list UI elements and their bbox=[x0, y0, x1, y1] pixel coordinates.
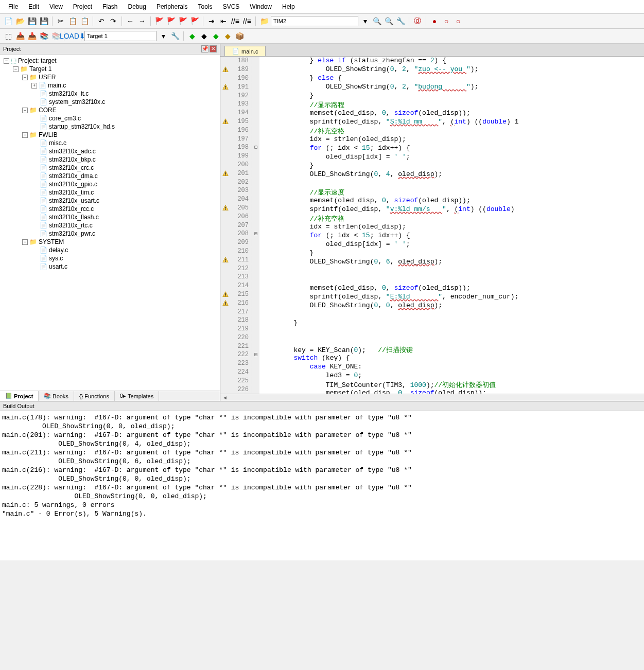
gutter-marker[interactable] bbox=[220, 170, 231, 177]
tree-group-system[interactable]: −📁 SYSTEM bbox=[2, 238, 218, 246]
code-line[interactable]: //显示速度 bbox=[262, 188, 644, 197]
tree-file[interactable]: 📄 delay.c bbox=[2, 246, 218, 254]
debug-icon[interactable]: ⓓ bbox=[412, 16, 423, 26]
pack-installer-icon[interactable]: ◆ bbox=[211, 31, 221, 41]
save-all-icon[interactable]: 💾 bbox=[39, 16, 49, 26]
tree-toggle-icon[interactable]: − bbox=[4, 58, 9, 64]
target-dropdown-icon[interactable]: ▾ bbox=[158, 31, 168, 41]
redo-icon[interactable]: ↷ bbox=[108, 16, 118, 26]
tree-file[interactable]: 📄 usart.c bbox=[2, 262, 218, 271]
tree-file[interactable]: 📄 stm32f10x_dma.c bbox=[2, 172, 218, 180]
menu-help[interactable]: Help bbox=[278, 2, 299, 11]
tree-file[interactable]: 📄 misc.c bbox=[2, 139, 218, 147]
code-line[interactable]: } else if (status_zhengfan == 2) { bbox=[262, 57, 644, 65]
code-line[interactable]: for (; idx < 15; idx++) { bbox=[262, 144, 644, 153]
tree-file[interactable]: 📄 system_stm32f10x.c bbox=[2, 98, 218, 106]
find-scope-icon[interactable]: 📁 bbox=[259, 16, 269, 26]
code-line[interactable]: OLED_ShowString(0, 0, oled_disp); bbox=[262, 302, 644, 310]
bookmark-clear-icon[interactable]: 🚩 bbox=[189, 16, 200, 26]
code-line[interactable]: memset(oled_disp, 0, sizeof(oled_disp)); bbox=[262, 109, 644, 118]
code-line[interactable]: oled_disp[idx] = ' '; bbox=[262, 153, 644, 162]
breakpoint-enable-icon[interactable]: ○ bbox=[441, 16, 451, 26]
pack-extra-icon[interactable]: 📦 bbox=[234, 31, 245, 41]
code-line[interactable]: //补充空格 bbox=[262, 127, 644, 135]
tree-toggle-icon[interactable]: − bbox=[13, 66, 19, 72]
project-tab-project[interactable]: 📗Project bbox=[0, 391, 39, 401]
project-tab-templates[interactable]: 0▸Templates bbox=[115, 391, 159, 401]
rebuild-icon[interactable]: 📥 bbox=[27, 31, 37, 41]
tree-toggle-icon[interactable]: − bbox=[22, 108, 28, 113]
code-line[interactable]: for (; idx < 15; idx++) { bbox=[262, 232, 644, 240]
breakpoint-insert-icon[interactable]: ● bbox=[429, 16, 440, 26]
menu-debug[interactable]: Debug bbox=[124, 2, 150, 11]
target-options-icon[interactable]: 🔧 bbox=[170, 31, 180, 41]
tools-icon[interactable]: 🔧 bbox=[395, 16, 406, 26]
tree-file[interactable]: 📄 stm32f10x_rcc.c bbox=[2, 205, 218, 213]
cut-icon[interactable]: ✂ bbox=[56, 16, 66, 26]
breakpoint-disable-icon[interactable]: ○ bbox=[453, 16, 463, 26]
menu-svcs[interactable]: SVCS bbox=[219, 2, 244, 11]
stop-build-icon[interactable]: 📚 bbox=[50, 31, 61, 41]
gutter-marker[interactable] bbox=[220, 257, 231, 263]
code-line[interactable]: OLED_ShowString(0, 4, oled_disp); bbox=[262, 170, 644, 179]
tree-file[interactable]: 📄 stm32f10x_adc.c bbox=[2, 147, 218, 155]
tree-target[interactable]: −📁 Target 1 bbox=[2, 65, 218, 73]
tree-file[interactable]: 📄 stm32f10x_pwr.c bbox=[2, 230, 218, 238]
code-line[interactable] bbox=[262, 310, 644, 319]
bookmark-icon[interactable]: 🚩 bbox=[154, 16, 164, 26]
project-tree[interactable]: −⬚ Project: target−📁 Target 1−📁 USER+📄 m… bbox=[0, 55, 220, 391]
tree-file[interactable]: 📄 startup_stm32f10x_hd.s bbox=[2, 122, 218, 131]
build-icon[interactable]: 📥 bbox=[15, 31, 25, 41]
code-line[interactable]: //显示路程 bbox=[262, 100, 644, 109]
build-output[interactable]: main.c(178): warning: #167-D: argument o… bbox=[0, 411, 644, 560]
tree-toggle-icon[interactable]: + bbox=[31, 83, 37, 89]
tree-toggle-icon[interactable]: − bbox=[22, 239, 28, 245]
code-line[interactable]: } bbox=[262, 249, 644, 258]
code-line[interactable]: OLED_ShowString(0, 2, "budong "); bbox=[262, 83, 644, 92]
tree-file[interactable]: 📄 stm32f10x_crc.c bbox=[2, 164, 218, 172]
incremental-find-icon[interactable]: 🔍 bbox=[384, 16, 394, 26]
gutter-marker[interactable] bbox=[220, 300, 231, 306]
fold-icon[interactable]: ⊟ bbox=[252, 144, 259, 150]
code-line[interactable]: sprintf(oled_disp, "E:%ld ", encoder_num… bbox=[262, 293, 644, 302]
code-line[interactable]: } bbox=[262, 92, 644, 100]
menu-flash[interactable]: Flash bbox=[98, 2, 121, 11]
comment-icon[interactable]: //≡ bbox=[230, 16, 240, 26]
editor-tab-main[interactable]: 📄 main.c bbox=[224, 46, 266, 56]
code-line[interactable] bbox=[262, 267, 644, 275]
code-line[interactable]: led3 = 0; bbox=[262, 372, 644, 380]
fold-icon[interactable]: ⊟ bbox=[252, 351, 259, 358]
code-line[interactable]: oled_disp[idx] = ' '; bbox=[262, 240, 644, 249]
nav-back-icon[interactable]: ← bbox=[125, 16, 135, 26]
tree-group-fwlib[interactable]: −📁 FWLIB bbox=[2, 131, 218, 139]
editor-hscroll[interactable]: ◄ bbox=[220, 394, 644, 401]
download-icon[interactable]: LOAD⬇ bbox=[67, 31, 78, 41]
outdent-icon[interactable]: ⇤ bbox=[218, 16, 229, 26]
gutter-marker[interactable] bbox=[220, 118, 231, 125]
menu-peripherals[interactable]: Peripherals bbox=[152, 2, 192, 11]
translate-icon[interactable]: ⬚ bbox=[3, 31, 13, 41]
batch-build-icon[interactable]: 📚 bbox=[39, 31, 49, 41]
menu-tools[interactable]: Tools bbox=[194, 2, 217, 11]
tree-group-core[interactable]: −📁 CORE bbox=[2, 106, 218, 114]
code-line[interactable]: OLED_ShowString(0, 6, oled_disp); bbox=[262, 258, 644, 267]
code-line[interactable]: sprintf(oled_disp, "v:%ld mm/s ", (int) … bbox=[262, 205, 644, 214]
open-file-icon[interactable]: 📂 bbox=[15, 16, 25, 26]
menu-window[interactable]: Window bbox=[246, 2, 276, 11]
uncomment-icon[interactable]: //≡ bbox=[242, 16, 252, 26]
menu-edit[interactable]: Edit bbox=[24, 2, 43, 11]
gutter-marker[interactable] bbox=[220, 291, 231, 297]
nav-fwd-icon[interactable]: → bbox=[137, 16, 147, 26]
tree-file[interactable]: +📄 main.c bbox=[2, 81, 218, 90]
tree-project-root[interactable]: −⬚ Project: target bbox=[2, 57, 218, 65]
undo-icon[interactable]: ↶ bbox=[96, 16, 107, 26]
tree-toggle-icon[interactable]: − bbox=[22, 75, 28, 80]
code-line[interactable]: key = KEY_Scan(0); //扫描按键 bbox=[262, 345, 644, 354]
project-tab-books[interactable]: 📚Books bbox=[39, 391, 74, 401]
code-line[interactable]: sprintf(oled_disp, "S:%ld mm ", (int) ((… bbox=[262, 118, 644, 127]
code-line[interactable]: memset(oled_disp, 0, sizeof(oled_disp)); bbox=[262, 389, 644, 394]
tree-file[interactable]: 📄 stm32f10x_it.c bbox=[2, 90, 218, 98]
code-line[interactable] bbox=[262, 337, 644, 345]
bookmark-prev-icon[interactable]: 🚩 bbox=[166, 16, 176, 26]
new-file-icon[interactable]: 📄 bbox=[3, 16, 13, 26]
